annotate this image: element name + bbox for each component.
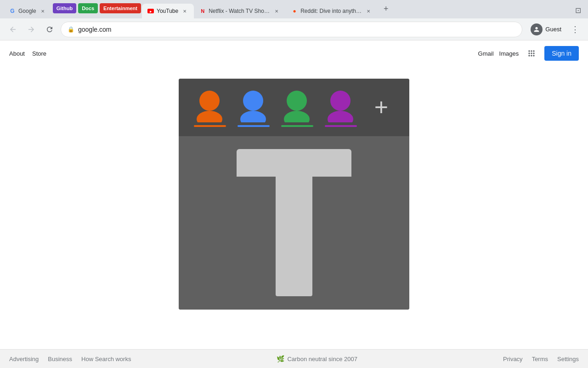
nav-bar: 🔒 google.com Guest ⋮ <box>0 18 588 40</box>
t-logo <box>237 149 351 296</box>
footer-right: Privacy Terms Settings <box>503 356 579 362</box>
bookmark-github[interactable]: Github <box>53 3 76 13</box>
main-content: + <box>0 66 588 349</box>
tab-google-close[interactable]: ✕ <box>39 7 46 15</box>
tab-google-title: Google <box>18 8 36 14</box>
business-link[interactable]: Business <box>48 356 72 362</box>
reload-button[interactable] <box>42 22 57 37</box>
profile-item-3[interactable] <box>280 88 314 127</box>
address-bar[interactable]: 🔒 google.com <box>61 22 522 37</box>
advertising-link[interactable]: Advertising <box>9 356 39 362</box>
svg-point-4 <box>287 91 307 111</box>
svg-point-0 <box>199 91 220 111</box>
bookmark-docs[interactable]: Docs <box>78 3 98 13</box>
images-link[interactable]: Images <box>499 50 519 57</box>
store-link[interactable]: Store <box>32 50 46 57</box>
svg-point-6 <box>330 91 351 111</box>
svg-point-2 <box>243 91 263 111</box>
reddit-favicon-icon: ● <box>291 8 298 14</box>
privacy-link[interactable]: Privacy <box>503 356 523 362</box>
account-button[interactable]: Guest <box>526 22 566 37</box>
tab-netflix[interactable]: N Netflix - Watch TV Shows... ✕ <box>194 4 286 18</box>
settings-link[interactable]: Settings <box>557 356 579 362</box>
netflix-favicon-icon: N <box>199 8 206 14</box>
gmail-link[interactable]: Gmail <box>478 50 494 57</box>
tab-bar-end: ⊡ <box>571 4 584 18</box>
tab-reddit-title: Reddit: Dive into anythin... <box>300 8 362 14</box>
carbon-neutral-text: Carbon neutral since 2007 <box>287 356 357 362</box>
tab-netflix-close[interactable]: ✕ <box>273 7 280 15</box>
bookmark-entertainment[interactable]: Entertainment <box>100 3 141 13</box>
footer-center: 🌿 Carbon neutral since 2007 <box>277 355 357 362</box>
google-header: About Store Gmail Images Sign in <box>0 40 588 66</box>
tab-google[interactable]: G Google ✕ <box>4 4 52 18</box>
tab-youtube-close[interactable]: ✕ <box>181 7 188 15</box>
profile-underline-2 <box>237 125 270 127</box>
address-text: google.com <box>78 26 515 33</box>
browser-menu-button[interactable]: ⋮ <box>568 22 582 37</box>
add-profile-icon: + <box>374 95 388 119</box>
footer-left: Advertising Business How Search works <box>9 356 131 362</box>
add-profile-button[interactable]: + <box>367 90 396 125</box>
google-favicon-icon: G <box>9 8 16 14</box>
leaf-icon: 🌿 <box>277 355 284 362</box>
account-label: Guest <box>545 26 561 33</box>
profile-item-2[interactable] <box>236 88 271 127</box>
avatar-icon <box>531 23 543 35</box>
apps-button[interactable] <box>524 46 539 61</box>
how-search-works-link[interactable]: How Search works <box>81 356 131 362</box>
tab-reddit[interactable]: ● Reddit: Dive into anythin... ✕ <box>286 4 378 18</box>
tab-bar: G Google ✕ Github Docs Entertainment You… <box>0 0 588 18</box>
new-tab-button[interactable]: + <box>379 2 392 15</box>
about-link[interactable]: About <box>9 50 25 57</box>
terms-link[interactable]: Terms <box>532 356 548 362</box>
extensions-icon[interactable]: ⊡ <box>571 4 584 17</box>
svg-point-5 <box>284 111 310 122</box>
header-nav-left: About Store <box>9 50 46 57</box>
nav-right: Guest ⋮ <box>526 22 582 37</box>
t-horizontal-bar <box>237 149 351 177</box>
back-button[interactable] <box>6 22 20 37</box>
svg-point-7 <box>328 111 353 122</box>
profile-avatar-2 <box>236 88 271 122</box>
profile-row: + <box>179 79 409 136</box>
tab-reddit-close[interactable]: ✕ <box>365 7 372 15</box>
svg-point-3 <box>240 111 266 122</box>
footer: Advertising Business How Search works 🌿 … <box>0 349 588 368</box>
tab-netflix-title: Netflix - Watch TV Shows... <box>209 8 270 14</box>
profile-avatar-4 <box>323 88 358 122</box>
content-display: + <box>179 79 409 310</box>
sign-in-button[interactable]: Sign in <box>544 46 579 61</box>
t-vertical-bar <box>276 177 312 296</box>
profile-underline-1 <box>194 125 226 127</box>
profile-underline-4 <box>325 125 357 127</box>
tab-youtube-title: YouTube <box>157 8 178 14</box>
browser-window: G Google ✕ Github Docs Entertainment You… <box>0 0 588 368</box>
profile-avatar-3 <box>280 88 314 122</box>
tab-youtube[interactable]: YouTube ✕ <box>142 4 194 18</box>
logo-area <box>179 136 409 310</box>
youtube-favicon-icon <box>147 8 154 14</box>
profile-item-1[interactable] <box>192 88 227 127</box>
lock-icon: 🔒 <box>68 26 74 33</box>
profile-item-4[interactable] <box>323 88 358 127</box>
profile-avatar-1 <box>192 88 227 122</box>
profile-underline-3 <box>281 125 313 127</box>
page-content: About Store Gmail Images Sign in <box>0 40 588 368</box>
forward-button[interactable] <box>24 22 39 37</box>
header-nav-right: Gmail Images Sign in <box>478 46 579 61</box>
svg-point-1 <box>197 111 222 122</box>
